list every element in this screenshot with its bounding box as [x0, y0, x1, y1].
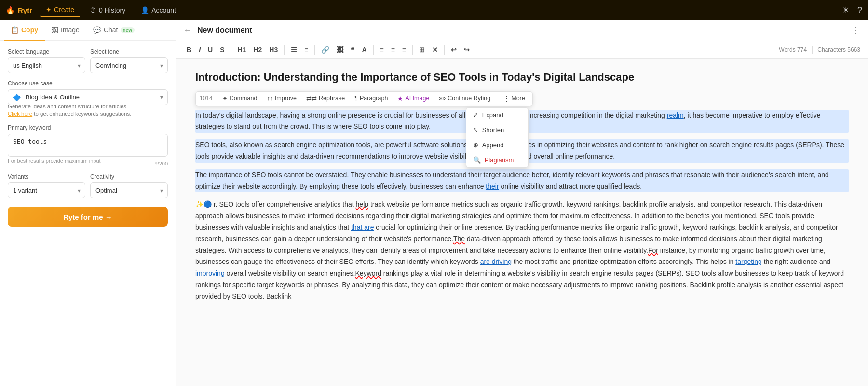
logo-icon: 🔥	[6, 6, 15, 14]
enhanced-keywords-link[interactable]: Click here	[8, 111, 32, 117]
for-word: For	[648, 247, 658, 254]
ryte-button[interactable]: Ryte for me →	[8, 207, 168, 227]
that-are-link[interactable]: that are	[351, 223, 374, 231]
char-count: Characters 5663	[817, 46, 860, 53]
variants-select[interactable]: 1 variant	[8, 182, 85, 198]
targeting-link[interactable]: targeting	[735, 258, 761, 265]
block-button[interactable]: ⊞	[416, 44, 428, 55]
paragraph-button[interactable]: ¶ Paragraph	[351, 94, 391, 103]
tone-select[interactable]: Convincing	[90, 57, 168, 73]
continue-ryting-button[interactable]: »» Continue Ryting	[435, 94, 494, 103]
rephrase-icon: ⇄⇄	[306, 95, 317, 102]
new-badge: new	[121, 27, 135, 33]
align-center-button[interactable]: ≡	[388, 44, 398, 55]
account-icon: 👤	[141, 6, 149, 14]
strikethrough-button[interactable]: S	[217, 44, 227, 55]
expand-option[interactable]: ⤢ Expand	[466, 108, 528, 123]
use-case-select[interactable]: Blog Idea & Outline	[8, 89, 168, 105]
image-button[interactable]: 🖼	[334, 44, 346, 55]
shorten-option[interactable]: ⤡ Shorten	[466, 123, 528, 138]
heading2-button[interactable]: H2	[250, 44, 265, 55]
sidebar-body: Select language us English Select tone C…	[0, 41, 176, 234]
heading1-button[interactable]: H1	[234, 44, 249, 55]
document-heading: Introduction: Understanding the Importan…	[195, 70, 849, 84]
ai-image-button[interactable]: ★ AI Image	[394, 94, 433, 104]
language-select-wrapper: us English	[8, 57, 85, 73]
heading3-button[interactable]: H3	[266, 44, 281, 55]
are-driving-link[interactable]: are driving	[480, 258, 512, 265]
italic-button[interactable]: I	[196, 44, 203, 55]
toolbar-separator-5	[412, 45, 413, 55]
plagiarism-option[interactable]: 🔍 Plagiarism	[466, 152, 528, 167]
toolbar-separator-3	[314, 45, 315, 55]
language-label: Select language	[8, 48, 85, 55]
clear-format-button[interactable]: ✕	[429, 44, 441, 55]
language-tone-row: Select language us English Select tone C…	[8, 48, 168, 73]
selection-word-count: 1014	[200, 95, 213, 102]
nav-create[interactable]: ✦ ✦ Create Create	[40, 3, 80, 17]
undo-button[interactable]: ↩	[448, 44, 460, 55]
append-option[interactable]: ⊕ Append	[466, 138, 528, 152]
toolbar-separator-2	[284, 45, 285, 55]
underline-button[interactable]: U	[205, 44, 216, 55]
editor-toolbar: B I U S H1 H2 H3 ☰ ≡ 🔗 🖼 ❝ A ≡ ≡ ≡ ⊞ ✕ ↩…	[176, 41, 868, 59]
tone-field: Select tone Convincing	[90, 48, 168, 73]
variants-creativity-row: Variants 1 variant Creativity Optimal	[8, 173, 168, 198]
document-header: ← New document ⋮	[176, 20, 868, 41]
chat-icon: 💬	[93, 26, 101, 34]
toolbar-separator-6	[444, 45, 445, 55]
nav-account[interactable]: 👤 Account	[135, 3, 182, 17]
creativity-select[interactable]: Optimal	[90, 182, 168, 198]
command-button[interactable]: ✦ Command	[219, 94, 261, 104]
their-link[interactable]: their	[486, 182, 499, 190]
use-case-select-wrapper: 🔷 Blog Idea & Outline	[8, 89, 168, 105]
redo-button[interactable]: ↪	[461, 44, 473, 55]
main-layout: 📋 Copy 🖼 Image 💬 Chat new Select languag…	[0, 20, 868, 386]
keyword-hint: For best results provide maximum input	[8, 158, 101, 164]
toolbar-separator-4	[373, 45, 374, 55]
append-icon: ⊕	[473, 141, 478, 149]
creativity-field: Creativity Optimal	[90, 173, 168, 198]
paragraph-icon: ¶	[354, 95, 358, 102]
theme-toggle-button[interactable]: ☀	[842, 5, 850, 15]
link-button[interactable]: 🔗	[318, 44, 332, 55]
expand-icon: ⤢	[473, 111, 478, 119]
more-dropdown-button[interactable]: ⋮ More ⤢ Expand ⤡ Shorten ⊕	[500, 94, 528, 104]
tab-image[interactable]: 🖼 Image	[45, 20, 86, 41]
keyword-label: Primary keyword	[8, 124, 168, 131]
document-menu-button[interactable]: ⋮	[852, 25, 860, 36]
language-field: Select language us English	[8, 48, 85, 73]
keyword-input[interactable]: SEO tools	[8, 134, 168, 157]
bold-button[interactable]: B	[184, 44, 194, 55]
logo-text: Rytr	[18, 6, 32, 14]
back-button[interactable]: ←	[184, 26, 191, 35]
sidebar-tabs: 📋 Copy 🖼 Image 💬 Chat new	[0, 20, 176, 41]
shorten-icon: ⤡	[473, 126, 478, 134]
help-word: help	[356, 200, 368, 208]
improving-link[interactable]: improving	[195, 269, 225, 277]
align-left-button[interactable]: ≡	[377, 44, 387, 55]
sidebar: 📋 Copy 🖼 Image 💬 Chat new Select languag…	[0, 20, 176, 386]
help-button[interactable]: ?	[857, 5, 862, 15]
numbered-list-button[interactable]: ≡	[301, 44, 311, 55]
quote-button[interactable]: ❝	[348, 44, 357, 55]
nav-history[interactable]: ⏱ 0 History	[84, 3, 131, 17]
realm-link[interactable]: realm	[667, 111, 684, 119]
more-dropdown-menu: ⤢ Expand ⤡ Shorten ⊕ Append 🔍	[466, 107, 529, 168]
editor-area[interactable]: Introduction: Understanding the Importan…	[176, 59, 868, 386]
tab-chat[interactable]: 💬 Chat new	[86, 20, 141, 41]
count-separator: |	[811, 45, 813, 54]
tab-copy[interactable]: 📋 Copy	[4, 20, 45, 41]
sel-sep-1	[216, 95, 216, 102]
creativity-select-wrapper: Optimal	[90, 182, 168, 198]
ai-icons: ✨🔵	[195, 199, 212, 210]
highlight-button[interactable]: A	[359, 44, 369, 55]
improve-button[interactable]: ↑↑ Improve	[263, 94, 300, 103]
rephrase-button[interactable]: ⇄⇄ Rephrase	[303, 94, 348, 104]
bullet-list-button[interactable]: ☰	[288, 44, 300, 55]
language-select[interactable]: us English	[8, 57, 85, 73]
use-case-field: Choose use case 🔷 Blog Idea & Outline Ge…	[8, 80, 168, 118]
align-right-button[interactable]: ≡	[399, 44, 409, 55]
app-logo[interactable]: 🔥 Rytr	[6, 6, 32, 14]
tone-select-wrapper: Convincing	[90, 57, 168, 73]
